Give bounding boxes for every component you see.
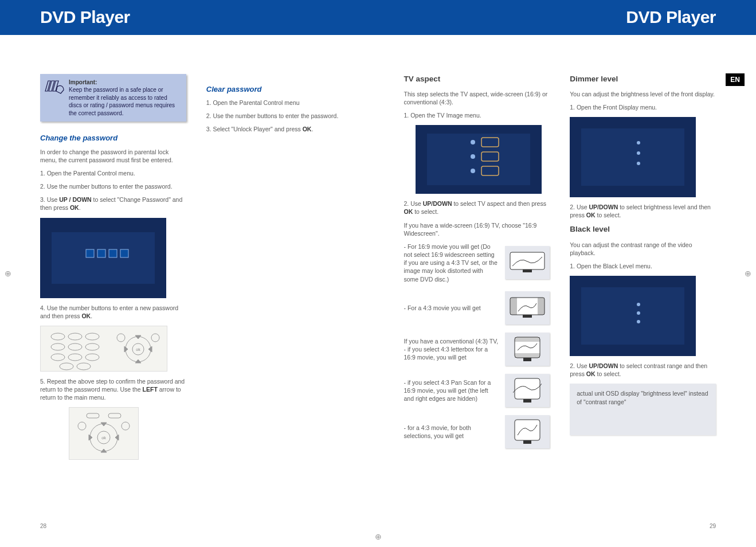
svg-rect-44 (523, 315, 532, 318)
page-number-left: 28 (40, 522, 46, 530)
svg-point-55 (637, 141, 640, 144)
svg-point-61 (637, 311, 640, 315)
page-number-right: 29 (710, 522, 716, 530)
title-bar-right: DVD Player (352, 0, 757, 35)
remote-numpad-image: ok (40, 326, 167, 372)
tv-aspect-letterbox-text: If you have a conventional (4:3) TV, - i… (404, 337, 499, 362)
change-password-step1: 1. Open the Parental Control menu. (40, 169, 186, 177)
change-password-step4: 4. Use the number buttons to enter a new… (40, 304, 186, 320)
clear-password-step1: 1. Open the Parental Control menu (206, 99, 352, 107)
black-heading: Black level (570, 224, 716, 235)
dimmer-intro: You can adjust the brightness level of t… (570, 90, 716, 98)
tv-aspect-169-row: - For 16:9 movie you will get (Do not se… (404, 243, 550, 283)
tv-aspect-43movie-text: - for a 4:3 movie, for both selections, … (404, 424, 499, 440)
change-password-intro: In order to change the password in paren… (40, 148, 186, 164)
svg-text:ok: ok (136, 347, 140, 351)
svg-point-56 (637, 151, 640, 155)
dimmer-heading: Dimmer level (570, 74, 716, 84)
black-step2: 2. Use UP/DOWN to select contrast range … (570, 362, 716, 378)
page-left: DVD Player Important: Keep the password … (0, 0, 378, 547)
dimmer-step1: 1. Open the Front Display menu. (570, 103, 716, 111)
change-password-step3: 3. Use UP / DOWN to select "Change Passw… (40, 196, 186, 212)
tv-aspect-letterbox-row: If you have a conventional (4:3) TV, - i… (404, 333, 550, 366)
svg-rect-49 (515, 378, 540, 399)
page-right: DVD Player EN TV aspect This step select… (378, 0, 757, 547)
tv-43-full-icon (505, 415, 550, 448)
important-heading: Important: (69, 79, 97, 85)
left-col-2: Clear password 1. Open the Parental Cont… (206, 74, 352, 548)
tv-aspect-step1: 1. Open the TV Image menu. (404, 111, 550, 119)
clear-password-step2: 2. Use the number buttons to enter the p… (206, 112, 352, 120)
writing-hand-icon (44, 79, 65, 96)
svg-rect-39 (510, 252, 545, 269)
svg-rect-4 (109, 249, 117, 257)
svg-rect-3 (97, 249, 105, 257)
black-level-note: actual unit OSD display "brightness leve… (570, 384, 716, 435)
black-menu-screenshot (570, 276, 696, 356)
tv-image-menu-screenshot (416, 125, 542, 194)
password-menu-screenshot (40, 218, 166, 298)
important-body: Keep the password in a safe place or rem… (69, 87, 175, 116)
tv-43-letterbox-icon (505, 333, 550, 366)
tv-aspect-43-on-169-row: - For a 4:3 movie you will get (404, 291, 550, 325)
tv-aspect-step2: 2. Use UP/DOWN to select TV aspect and t… (404, 200, 550, 216)
tv-aspect-43-on-169-text: - For a 4:3 movie you will get (404, 304, 499, 312)
tv-aspect-intro: This step selects the TV aspect, wide-sc… (404, 90, 550, 106)
svg-point-37 (471, 169, 475, 173)
page-title-right: DVD Player (378, 6, 716, 29)
tv-aspect-169-text: - For 16:9 movie you will get (Do not se… (404, 243, 499, 283)
dimmer-menu-screenshot (570, 117, 696, 197)
black-intro: You can adjust the contrast range of the… (570, 241, 716, 257)
clear-password-step3: 3. Select "Unlock Player" and press OK. (206, 125, 352, 133)
tv-43-panscan-icon (505, 374, 550, 407)
change-password-step2: 2. Use the number buttons to enter the p… (40, 182, 186, 190)
svg-rect-52 (523, 440, 531, 444)
svg-rect-59 (581, 287, 684, 345)
svg-rect-5 (120, 249, 128, 257)
svg-rect-43 (538, 298, 545, 315)
svg-rect-1 (52, 232, 155, 284)
tv-aspect-heading: TV aspect (404, 74, 550, 84)
important-note: Important: Keep the password in a safe p… (40, 74, 186, 122)
tv-aspect-43movie-row: - for a 4:3 movie, for both selections, … (404, 415, 550, 448)
svg-rect-50 (523, 399, 531, 403)
tv-widescreen-169-icon (505, 246, 550, 279)
svg-point-57 (637, 162, 640, 165)
tv-widescreen-pillarbox-icon (505, 291, 550, 325)
tv-aspect-panscan-text: - if you select 4:3 Pan Scan for a 16:9 … (404, 378, 499, 403)
tv-aspect-wide-intro: If you have a wide-screen (16:9) TV, cho… (404, 221, 550, 237)
svg-point-62 (637, 320, 640, 323)
remote-dpad-image: ok (69, 407, 139, 460)
tv-aspect-panscan-row: - if you select 4:3 Pan Scan for a 16:9 … (404, 374, 550, 407)
manual-spread: ⊕ ⊕ ⊕ ⊕ DVD Player Important: Keep the p… (0, 0, 756, 547)
svg-rect-47 (515, 353, 540, 358)
svg-rect-46 (515, 337, 540, 342)
svg-rect-2 (86, 249, 94, 257)
svg-rect-42 (510, 298, 517, 315)
svg-point-35 (471, 154, 475, 159)
clear-password-heading: Clear password (206, 84, 352, 95)
page-title-left: DVD Player (40, 6, 378, 29)
svg-text:ok: ok (101, 436, 106, 440)
svg-rect-54 (581, 128, 684, 186)
svg-point-60 (637, 303, 640, 306)
svg-rect-32 (427, 134, 530, 185)
svg-rect-48 (523, 358, 531, 361)
change-password-heading: Change the password (40, 133, 186, 143)
black-level-note-text: actual unit OSD display "brightness leve… (577, 390, 708, 405)
svg-point-33 (471, 140, 475, 144)
svg-rect-51 (515, 420, 540, 440)
left-col-1: Important: Keep the password in a safe p… (40, 74, 186, 548)
right-col-1: TV aspect This step selects the TV aspec… (404, 74, 550, 548)
right-col-2: Dimmer level You can adjust the brightne… (570, 74, 716, 548)
title-bar-left: DVD Player (0, 0, 378, 35)
svg-rect-40 (523, 269, 532, 272)
dimmer-step2: 2. Use UP/DOWN to select brightness leve… (570, 203, 716, 219)
black-step1: 1. Open the Black Level menu. (570, 262, 716, 270)
change-password-step5: 5. Repeat the above step to confirm the … (40, 377, 186, 402)
language-tab: EN (726, 73, 745, 86)
